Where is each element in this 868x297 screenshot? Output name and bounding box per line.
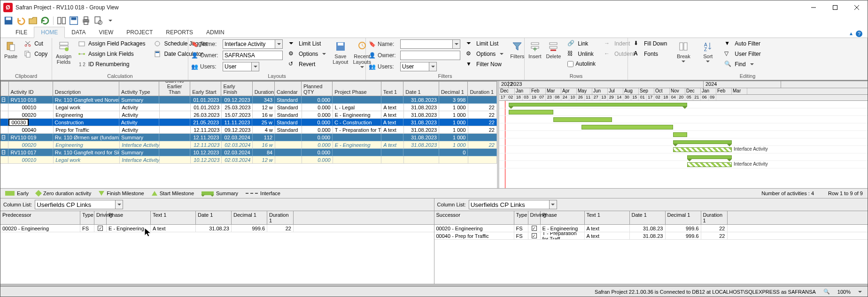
succ-column-list-input[interactable] [469,200,549,209]
gantt-bar[interactable] [509,110,553,114]
grid-cell[interactable]: 16 w [253,111,275,119]
grid-cell[interactable]: T - Preparation for Traffic [333,126,382,134]
grid-cell[interactable]: 1 000 [439,119,468,126]
grid-cell[interactable]: E - Engineering [333,111,382,119]
grid-cell[interactable] [468,134,497,141]
assign-fields-button[interactable]: Assign Fields [55,39,72,67]
link-column-header[interactable]: Phase [541,211,585,224]
grid-cell[interactable]: 01.01.2023 [191,104,222,111]
grid-cell[interactable]: 31.08.2023 [403,134,439,141]
link-cell[interactable]: FS [514,232,528,239]
grid-cell[interactable]: 21.05.2023 [190,119,221,126]
link-cell[interactable] [528,232,541,239]
tab-reports[interactable]: REPORTS [159,27,200,38]
grid-cell[interactable]: 31.08.2023 [404,111,439,119]
grid-cell[interactable]: 1 000 [439,104,468,111]
grid-cell[interactable] [160,111,191,119]
link-cell[interactable]: 22 [267,225,294,232]
grid-row[interactable]: −RV110 019Rv. 110 Ørmen sør (fundamanter… [0,134,497,141]
column-header[interactable]: Description [53,81,119,96]
grid-cell[interactable] [275,156,302,164]
delete-button[interactable]: Delete [545,39,562,61]
grid-cell[interactable] [468,149,497,156]
grid-cell[interactable]: 12.11.2023 [190,134,221,141]
id-renumbering-button[interactable]: 1 2ID Renumbering [75,60,148,69]
column-header[interactable]: Duration 1 [468,81,497,96]
link-cell[interactable]: A text [151,225,196,232]
grid-cell[interactable]: 0.000 [302,96,333,104]
grid-row[interactable]: 00010Legal workActivity01.01.202325.03.2… [0,104,497,111]
column-header[interactable]: Duration [253,81,275,96]
grid-cell[interactable]: 84 [253,149,275,156]
grid-cell[interactable] [275,149,302,156]
filter-users-input[interactable] [401,62,429,71]
grid-cell[interactable]: 0.000 [302,104,333,111]
window-maximize[interactable] [824,0,846,15]
pred-column-list-dropdown[interactable] [115,200,123,209]
grid-cell[interactable]: Summary [119,134,159,141]
link-column-header[interactable]: Duration 1 [701,211,728,224]
editing-cell[interactable]: 00030 [8,119,29,126]
grid-cell[interactable] [275,134,302,141]
grid-cell[interactable]: Activity [119,119,159,126]
link-cell[interactable]: A text [585,232,630,239]
grid-row[interactable]: −RV110 018Rv. 110 Gangfelt ved Norveien,… [0,96,497,104]
grid-cell[interactable] [381,149,403,156]
grid-cell[interactable] [381,156,403,164]
layout-users-dropdown[interactable] [251,62,259,71]
link-cell[interactable]: 999.6 [666,225,701,232]
qat-undo-icon[interactable] [16,15,26,26]
user-filter-button[interactable]: ▽User Filter [721,49,763,59]
grid-cell[interactable]: 10.12.2023 [191,156,222,164]
succ-column-list-dropdown[interactable] [549,200,557,209]
grid-cell[interactable]: 1 000 [439,126,468,134]
grid-cell[interactable]: Activity [120,126,160,134]
grid-cell[interactable]: 343 [253,96,275,104]
grid-cell[interactable] [160,141,191,149]
link-cell[interactable]: 999.6 [232,225,267,232]
link-cell[interactable]: 00020 - Engineering [434,225,514,232]
grid-cell[interactable]: 00030 [8,119,53,126]
grid-cell[interactable]: RV110 018 [8,96,53,104]
grid-cell[interactable]: 12.11.2023 [191,141,222,149]
grid-cell[interactable]: Standard [275,96,302,104]
link-column-header[interactable]: Date 1 [196,211,232,224]
grid-cell[interactable] [160,126,191,134]
qat-fillleft-icon[interactable] [56,15,67,26]
grid-cell[interactable]: 1 000 [439,134,468,141]
grid-cell[interactable]: A text [381,141,403,149]
grid-cell[interactable] [381,134,403,141]
gantt-row[interactable]: Interface Activity [499,146,868,153]
link-cell[interactable]: 22 [701,225,728,232]
grid-cell[interactable]: 26.03.2023 [191,111,222,119]
link-column-header[interactable]: Driving [94,211,107,224]
grid-cell[interactable]: 4 w [253,126,275,134]
grid-cell[interactable]: 09.12.2023 [221,96,252,104]
grid-cell[interactable] [381,96,403,104]
grid-cell[interactable] [333,149,381,156]
grid-cell[interactable]: 00020 [8,141,54,149]
grid-cell[interactable]: 31.08.2023 [404,126,439,134]
grid-cell[interactable] [0,141,8,149]
paste-button[interactable]: Paste [3,39,18,61]
grid-cell[interactable]: Rv. 110 Gangfelt nord for Skoleveie [53,149,119,156]
gantt-bar[interactable] [673,132,687,137]
grid-cell[interactable]: A text [381,119,403,126]
filter-name-dropdown[interactable] [452,40,460,48]
link-cell[interactable] [94,225,107,232]
grid-cell[interactable]: − [0,134,8,141]
column-header[interactable]: Planned QTY [302,81,333,96]
grid-cell[interactable]: 0.000 [302,134,333,141]
gantt-row[interactable] [499,138,868,146]
fonts-button[interactable]: AFonts [631,49,670,59]
grid-cell[interactable]: 22 [468,141,497,149]
grid-cell[interactable]: 01.01.2023 [190,96,221,104]
grid-cell[interactable]: L - Legal [333,104,382,111]
grid-cell[interactable] [160,104,191,111]
grid-cell[interactable]: 02.03.2024 [222,156,253,164]
grid-cell[interactable] [0,119,8,126]
grid-cell[interactable] [0,126,8,134]
link-row[interactable]: 00020 - EngineeringFSE - EngineeringA te… [434,225,868,232]
grid-cell[interactable]: C - Construction [333,119,381,126]
link-column-header[interactable]: Successor [434,211,514,224]
